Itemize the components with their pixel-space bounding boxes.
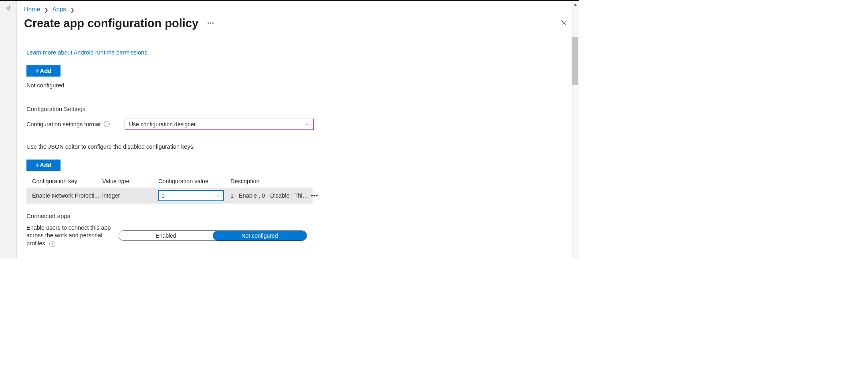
chevron-right-icon: ❯: [44, 7, 48, 13]
cell-value-type: integer: [102, 192, 158, 199]
collapse-sidebar[interactable]: [0, 1, 17, 259]
add-config-key-button[interactable]: +Add: [26, 160, 61, 171]
chevron-down-icon: [305, 122, 309, 127]
connected-apps-label: Enable users to connect this app across …: [26, 224, 111, 248]
config-value-input[interactable]: [161, 192, 210, 199]
chevron-right-icon: ❯: [70, 7, 75, 13]
config-format-select[interactable]: Use configuration designer: [125, 119, 314, 130]
learn-more-link[interactable]: Learn more about Android runtime permiss…: [26, 49, 147, 56]
chevron-down-icon: [215, 193, 221, 198]
row-more-button[interactable]: •••: [309, 192, 318, 199]
connected-apps-heading: Connected apps: [26, 212, 571, 219]
cell-config-key: Enable Network Protecti...: [32, 192, 102, 199]
permissions-status: Not configured: [26, 82, 571, 89]
col-config-value: Configuration value: [158, 178, 230, 184]
col-config-key: Configuration key: [32, 178, 102, 184]
config-format-label: Configuration settings format i: [26, 121, 121, 127]
breadcrumb-apps[interactable]: Apps: [52, 6, 66, 12]
plus-icon: +: [35, 67, 39, 75]
close-icon: [560, 19, 567, 26]
config-format-value: Use configuration designer: [129, 121, 196, 127]
page-title: Create app configuration policy ···: [24, 17, 214, 30]
col-description: Description: [230, 178, 309, 184]
scroll-up-button[interactable]: [571, 1, 579, 8]
scroll-thumb[interactable]: [572, 37, 578, 85]
json-hint: Use the JSON editor to configure the dis…: [26, 143, 571, 150]
config-value-combo[interactable]: [158, 190, 224, 201]
breadcrumb: Home ❯ Apps ❯: [17, 6, 579, 17]
toggle-not-configured[interactable]: Not configured: [213, 231, 307, 240]
breadcrumb-home[interactable]: Home: [24, 6, 40, 12]
info-icon[interactable]: i: [49, 241, 55, 247]
cell-description: 1 - Enable , 0 - Disable ; This se...: [230, 192, 309, 199]
connected-apps-toggle[interactable]: Enabled Not configured: [119, 230, 307, 241]
table-row: Enable Network Protecti... integer 1 - E…: [26, 188, 313, 204]
triangle-up-icon: [573, 3, 577, 6]
close-button[interactable]: [558, 17, 570, 30]
plus-icon: +: [35, 162, 39, 169]
toggle-enabled[interactable]: Enabled: [119, 231, 213, 240]
col-value-type: Value type: [102, 178, 158, 184]
config-keys-table: Configuration key Value type Configurati…: [26, 175, 313, 204]
config-settings-heading: Configuration Settings: [26, 105, 571, 112]
more-actions-button[interactable]: ···: [207, 19, 214, 28]
chevron-double-left-icon: [5, 5, 12, 12]
svg-marker-2: [573, 3, 576, 5]
info-icon[interactable]: i: [104, 121, 110, 127]
add-permission-button[interactable]: +Add: [26, 65, 61, 77]
vertical-scrollbar[interactable]: [571, 1, 579, 259]
